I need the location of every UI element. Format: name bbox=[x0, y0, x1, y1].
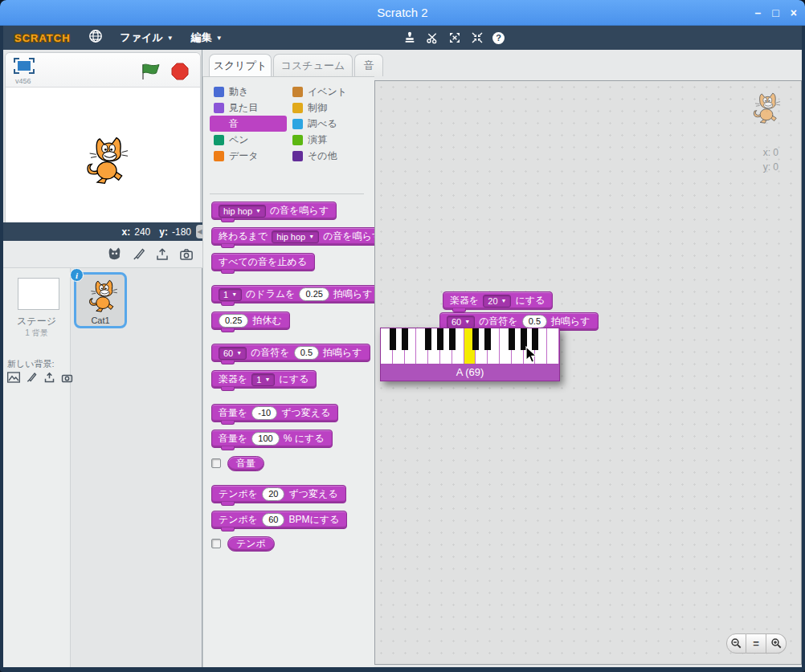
block-text: 音量を bbox=[219, 406, 247, 420]
piano-key-black[interactable] bbox=[472, 328, 479, 350]
category-音[interactable]: 音 bbox=[210, 116, 287, 132]
piano-key-black[interactable] bbox=[484, 328, 491, 350]
category-その他[interactable]: その他 bbox=[288, 148, 341, 164]
tab-音[interactable]: 音 bbox=[354, 54, 383, 76]
set-instrument-block[interactable]: 楽器を20▼にする bbox=[443, 291, 553, 310]
piano-key-black[interactable] bbox=[509, 328, 515, 350]
menu-edit[interactable]: 編集▼ bbox=[191, 31, 223, 45]
category-演算[interactable]: 演算 bbox=[288, 132, 331, 148]
tab-コスチューム[interactable]: コスチューム bbox=[273, 54, 353, 76]
play-drum-block[interactable]: 1▼のドラムを0.25拍鳴らす bbox=[211, 285, 375, 303]
shrink-icon[interactable] bbox=[470, 31, 484, 45]
category-ペン[interactable]: ペン bbox=[210, 132, 253, 148]
block-text: の音を鳴らす bbox=[270, 204, 329, 218]
set-instrument-block[interactable]: 楽器を1▼にする bbox=[211, 370, 317, 389]
block-text: 拍鳴らす bbox=[323, 346, 362, 360]
change-volume-block[interactable]: 音量を-10ずつ変える bbox=[211, 404, 338, 422]
paint-backdrop-icon[interactable] bbox=[25, 371, 38, 384]
piano-key-black[interactable] bbox=[437, 328, 443, 350]
number-input[interactable]: 0.25 bbox=[299, 287, 329, 301]
change-tempo-block[interactable]: テンポを20ずつ変える bbox=[211, 485, 346, 503]
number-input[interactable]: 60 bbox=[262, 513, 284, 527]
play-sound-block[interactable]: hip hop▼の音を鳴らす bbox=[211, 202, 337, 220]
backdrop-column[interactable]: ステージ 1 背景 新しい背景: bbox=[3, 268, 71, 667]
stop-icon[interactable] bbox=[171, 63, 189, 83]
grow-icon[interactable] bbox=[447, 31, 461, 45]
titlebar[interactable]: Scratch 2 – □ × bbox=[0, 0, 805, 26]
category-label: データ bbox=[229, 149, 259, 163]
dropdown-60[interactable]: 60▼ bbox=[219, 347, 247, 360]
new-sprite-library-icon[interactable] bbox=[106, 246, 122, 263]
number-input[interactable]: -10 bbox=[251, 406, 277, 420]
main-content: v456 x: 240 y: -180 ◀ bbox=[3, 50, 802, 667]
dropdown-1[interactable]: 1▼ bbox=[219, 288, 242, 301]
fullscreen-icon[interactable] bbox=[14, 58, 35, 77]
minimize-button[interactable]: – bbox=[755, 7, 762, 18]
volume-reporter-checkbox[interactable] bbox=[211, 458, 221, 468]
piano-key-white[interactable] bbox=[547, 328, 559, 364]
dropdown-60[interactable]: 60▼ bbox=[447, 316, 475, 328]
dropdown-20[interactable]: 20▼ bbox=[483, 295, 511, 307]
number-input[interactable]: 0.25 bbox=[219, 314, 248, 328]
stop-all-sounds-block[interactable]: すべての音を止める bbox=[211, 253, 315, 271]
paint-new-sprite-icon[interactable] bbox=[130, 246, 146, 263]
block-text: の音符を bbox=[479, 315, 518, 328]
scripts-area[interactable]: x: 0 y: 0 楽器を20▼にする60▼の音符を0.5拍鳴らす A (69)… bbox=[374, 80, 802, 665]
volume-reporter-block[interactable]: 音量 bbox=[227, 456, 264, 471]
upload-backdrop-icon[interactable] bbox=[43, 371, 55, 384]
backdrop-thumbnail[interactable] bbox=[18, 278, 59, 310]
category-イベント[interactable]: イベント bbox=[288, 83, 351, 100]
piano-key-black[interactable] bbox=[402, 328, 408, 350]
rest-beats-block[interactable]: 0.25拍休む bbox=[211, 312, 290, 330]
backdrop-count: 1 背景 bbox=[3, 328, 70, 339]
backdrop-library-icon[interactable] bbox=[7, 371, 20, 384]
category-調べる[interactable]: 調べる bbox=[288, 116, 341, 132]
number-input[interactable]: 0.5 bbox=[522, 315, 547, 328]
upload-sprite-icon[interactable] bbox=[154, 246, 170, 263]
piano-key-black[interactable] bbox=[425, 328, 431, 350]
green-flag-icon[interactable] bbox=[141, 63, 161, 83]
menubar: SCRATCH ファイル▼ 編集▼ ? bbox=[3, 26, 802, 50]
category-制御[interactable]: 制御 bbox=[288, 100, 331, 116]
close-button[interactable]: × bbox=[791, 7, 797, 18]
dropdown-1[interactable]: 1▼ bbox=[251, 373, 275, 386]
language-globe-icon[interactable] bbox=[88, 29, 103, 47]
camera-sprite-icon[interactable] bbox=[178, 246, 194, 263]
camera-backdrop-icon[interactable] bbox=[60, 371, 73, 384]
category-動き[interactable]: 動き bbox=[210, 83, 252, 100]
stage-cat-sprite[interactable] bbox=[81, 134, 133, 185]
scissors-icon[interactable] bbox=[425, 31, 439, 45]
maximize-button[interactable]: □ bbox=[772, 7, 778, 18]
zoom-out-button[interactable] bbox=[726, 633, 746, 654]
stage-viewport[interactable] bbox=[6, 88, 200, 224]
menu-file[interactable]: ファイル▼ bbox=[121, 31, 174, 45]
category-color-chip bbox=[214, 135, 224, 145]
dropdown-hip hop[interactable]: hip hop▼ bbox=[219, 205, 266, 218]
sprite-info-icon[interactable]: i bbox=[70, 268, 84, 282]
set-volume-block[interactable]: 音量を100% にする bbox=[211, 430, 333, 448]
help-icon[interactable]: ? bbox=[492, 32, 505, 44]
tempo-reporter-checkbox[interactable] bbox=[211, 539, 221, 548]
block-text: テンポを bbox=[219, 513, 258, 527]
set-tempo-block[interactable]: テンポを60BPMにする bbox=[211, 511, 347, 529]
sprite-list: ステージ 1 背景 新しい背景: i Cat1 bbox=[3, 268, 202, 667]
stage-label: ステージ bbox=[3, 315, 70, 328]
tempo-reporter-block[interactable]: テンポ bbox=[227, 536, 275, 552]
category-データ[interactable]: データ bbox=[210, 148, 263, 164]
scratch-logo[interactable]: SCRATCH bbox=[14, 32, 71, 44]
number-input[interactable]: 0.5 bbox=[294, 346, 319, 360]
play-note-block[interactable]: 60▼の音符を0.5拍鳴らす bbox=[211, 344, 370, 362]
category-見た目[interactable]: 見た目 bbox=[210, 100, 262, 116]
zoom-in-button[interactable] bbox=[766, 633, 787, 654]
dropdown-hip hop[interactable]: hip hop▼ bbox=[272, 230, 319, 243]
sprite-tile-cat1[interactable]: i Cat1 bbox=[74, 272, 127, 328]
zoom-reset-button[interactable]: = bbox=[746, 633, 766, 654]
number-input[interactable]: 20 bbox=[262, 487, 284, 501]
number-input[interactable]: 100 bbox=[251, 432, 279, 446]
category-label: その他 bbox=[308, 149, 337, 163]
piano-key-black[interactable] bbox=[449, 328, 456, 350]
play-sound-until-done-block[interactable]: 終わるまでhip hop▼の音を鳴らす bbox=[211, 227, 375, 246]
tab-スクリプト[interactable]: スクリプト bbox=[209, 54, 272, 76]
piano-key-black[interactable] bbox=[390, 328, 396, 350]
stamp-icon[interactable] bbox=[402, 31, 416, 45]
